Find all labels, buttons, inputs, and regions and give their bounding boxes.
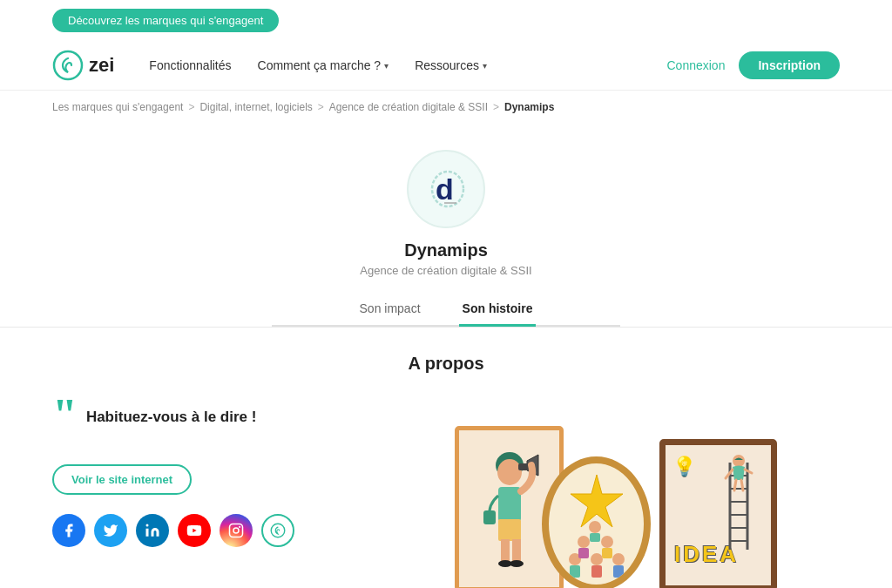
svg-rect-17 — [512, 539, 521, 564]
breadcrumb-separator: > — [188, 101, 194, 113]
zei-social-icon[interactable] — [261, 514, 294, 547]
tab-son-histoire[interactable]: Son histoire — [459, 294, 537, 327]
connexion-link[interactable]: Connexion — [667, 58, 726, 72]
svg-point-8 — [240, 527, 240, 528]
company-subtitle: Agence de création digitale & SSII — [360, 264, 531, 277]
svg-line-42 — [734, 480, 736, 490]
svg-rect-6 — [230, 524, 243, 537]
profile-section: d Dynamips Agence de création digitale &… — [0, 124, 892, 327]
tab-son-impact[interactable]: Son impact — [356, 294, 424, 327]
announcement-bar: Découvrez les marques qui s'engagent — [0, 0, 892, 41]
quote-mark-icon: " — [52, 393, 78, 438]
apropos-section: A propos " Habituez-vous à le dire ! Voi… — [0, 328, 892, 588]
chevron-down-icon: ▾ — [384, 61, 389, 71]
breadcrumb-item[interactable]: Agence de création digitale & SSII — [329, 101, 488, 113]
svg-rect-28 — [578, 548, 589, 558]
illustration-frame-2 — [542, 456, 651, 588]
logo-area[interactable]: zei — [52, 50, 114, 81]
breadcrumb-separator: > — [493, 101, 499, 113]
svg-rect-24 — [591, 565, 602, 578]
apropos-left: " Habituez-vous à le dire ! Voir le site… — [52, 400, 348, 547]
facebook-icon[interactable] — [52, 514, 85, 547]
svg-rect-12 — [518, 463, 529, 470]
twitter-icon[interactable] — [94, 514, 127, 547]
svg-point-41 — [733, 455, 745, 467]
instagram-icon[interactable] — [220, 514, 253, 547]
person-megaphone-illustration — [470, 439, 549, 578]
svg-point-7 — [233, 528, 239, 533]
svg-point-19 — [510, 560, 524, 567]
logo-text: zei — [89, 54, 114, 77]
svg-rect-16 — [501, 539, 510, 564]
svg-rect-15 — [498, 519, 521, 541]
team-star-illustration — [553, 468, 640, 581]
svg-rect-13 — [498, 487, 521, 522]
svg-point-25 — [612, 553, 625, 565]
quote-text: Habituez-vous à le dire ! — [86, 400, 257, 428]
social-icons — [52, 514, 348, 547]
breadcrumb: Les marques qui s'engagent > Digital, in… — [0, 91, 892, 124]
zei-logo-icon — [52, 50, 84, 81]
svg-point-27 — [578, 536, 590, 548]
svg-rect-22 — [570, 565, 580, 578]
breadcrumb-separator: > — [318, 101, 324, 113]
nav-ressources[interactable]: Ressources ▾ — [415, 58, 487, 72]
chevron-down-icon: ▾ — [483, 61, 487, 71]
apropos-title: A propos — [52, 354, 840, 374]
announcement-button[interactable]: Découvrez les marques qui s'engagent — [52, 9, 279, 32]
svg-point-9 — [271, 524, 285, 537]
svg-rect-26 — [613, 565, 624, 578]
svg-point-31 — [589, 521, 601, 533]
breadcrumb-current: Dynamips — [504, 101, 554, 113]
company-name: Dynamips — [404, 240, 488, 260]
dynamips-logo-icon: d — [420, 163, 472, 215]
illustration-group: IDEA — [446, 400, 777, 588]
svg-point-4 — [146, 524, 149, 527]
svg-point-29 — [601, 536, 613, 548]
navbar: zei Fonctionnalités Comment ça marche ? … — [0, 41, 892, 91]
inscription-button[interactable]: Inscription — [739, 51, 840, 79]
svg-text:d: d — [436, 172, 454, 206]
apropos-illustrations: IDEA — [383, 400, 840, 588]
svg-point-0 — [54, 51, 82, 79]
ladder-person-illustration — [717, 454, 760, 558]
lightbulb-icon: 💡 — [672, 456, 696, 478]
svg-rect-32 — [590, 533, 600, 542]
svg-marker-20 — [571, 475, 623, 527]
breadcrumb-item[interactable]: Les marques qui s'engagent — [52, 101, 183, 113]
svg-line-43 — [741, 480, 743, 490]
nav-actions: Connexion Inscription — [667, 51, 841, 79]
linkedin-icon[interactable] — [136, 514, 169, 547]
svg-point-11 — [497, 459, 522, 485]
youtube-icon[interactable] — [178, 514, 211, 547]
illustration-frame-3: IDEA — [659, 439, 777, 588]
svg-rect-30 — [602, 548, 612, 558]
svg-point-23 — [591, 553, 603, 565]
apropos-content: " Habituez-vous à le dire ! Voir le site… — [52, 400, 840, 588]
svg-rect-14 — [483, 510, 496, 524]
nav-links: Fonctionnalités Comment ça marche ? ▾ Re… — [149, 58, 666, 72]
profile-tabs: Son impact Son histoire — [272, 294, 620, 327]
visit-website-button[interactable]: Voir le site internet — [52, 464, 192, 495]
quote-block: " Habituez-vous à le dire ! — [52, 400, 348, 438]
nav-fonctionnalites[interactable]: Fonctionnalités — [149, 58, 231, 72]
company-logo: d — [407, 150, 485, 228]
nav-comment[interactable]: Comment ça marche ? ▾ — [258, 58, 389, 72]
breadcrumb-item[interactable]: Digital, internet, logiciels — [199, 101, 312, 113]
